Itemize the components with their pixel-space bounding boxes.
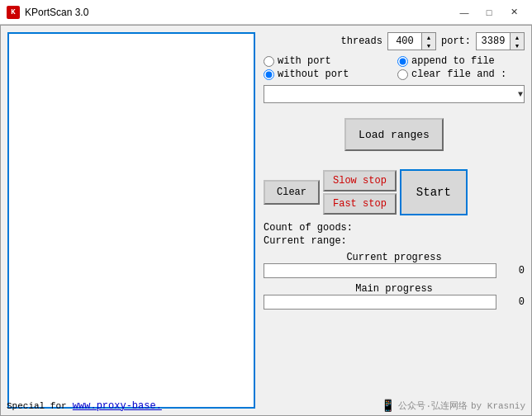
port-input[interactable] <box>477 33 510 50</box>
port-up-button[interactable]: ▲ <box>511 33 524 41</box>
wechat-icon: 📱 <box>381 399 395 413</box>
with-port-row: with port <box>264 55 391 67</box>
special-text: Special for <box>7 401 67 411</box>
current-progress-section: Current progress 0 <box>264 252 525 278</box>
app-icon: K <box>7 6 20 19</box>
current-progress-row: 0 <box>264 263 525 278</box>
main-progress-bar <box>264 295 496 310</box>
main-progress-value: 0 <box>500 296 525 308</box>
load-ranges-button[interactable]: Load ranges <box>344 118 444 151</box>
range-row: Current range: <box>264 235 525 247</box>
watermark: 📱 公众号·弘连网络 by Krasniy <box>381 399 525 413</box>
threads-port-row: threads ▲ ▼ port: ▲ ▼ <box>264 32 525 50</box>
proxy-link[interactable]: www.proxy-base. <box>73 400 162 412</box>
port-arrows: ▲ ▼ <box>510 33 524 50</box>
with-port-label: with port <box>278 55 331 67</box>
radio-options: with port append to file without port cl… <box>264 55 525 80</box>
append-label: append to file <box>411 55 495 67</box>
fast-stop-button[interactable]: Fast stop <box>323 193 397 215</box>
close-button[interactable]: ✕ <box>502 4 525 21</box>
info-row: Count of goods: Current range: <box>264 222 525 247</box>
with-port-radio[interactable] <box>264 56 274 67</box>
minimize-button[interactable]: — <box>453 4 476 21</box>
current-progress-bar <box>264 263 496 278</box>
main-progress-label: Main progress <box>264 283 525 295</box>
action-row: Clear Slow stop Fast stop Start <box>264 169 525 215</box>
port-spinbox: ▲ ▼ <box>476 32 525 50</box>
footer-left: Special for www.proxy-base. <box>7 400 162 412</box>
threads-up-button[interactable]: ▲ <box>422 33 435 41</box>
main-progress-section: Main progress 0 <box>264 283 525 310</box>
stop-group: Slow stop Fast stop <box>323 170 397 215</box>
watermark-sub: by Krasniy <box>471 401 525 411</box>
main-progress-row: 0 <box>264 295 525 310</box>
without-port-row: without port <box>264 69 391 80</box>
dropdown-wrapper: ▼ <box>264 85 525 103</box>
threads-arrows: ▲ ▼ <box>421 33 435 50</box>
without-port-label: without port <box>278 69 349 80</box>
start-button[interactable]: Start <box>400 169 468 215</box>
left-panel <box>7 32 255 409</box>
clear-row: clear file and : <box>397 69 525 80</box>
count-label: Count of goods: <box>264 222 353 234</box>
slow-stop-button[interactable]: Slow stop <box>323 170 397 191</box>
window-title: KPortScan 3.0 <box>25 7 88 18</box>
current-progress-value: 0 <box>500 265 525 277</box>
threads-down-button[interactable]: ▼ <box>422 41 435 50</box>
append-row: append to file <box>397 55 525 67</box>
right-panel: threads ▲ ▼ port: ▲ ▼ with port <box>260 26 531 415</box>
clear-button[interactable]: Clear <box>264 180 320 205</box>
window-controls: — □ ✕ <box>453 4 525 21</box>
load-ranges-area: Load ranges <box>264 111 525 158</box>
range-dropdown[interactable] <box>264 85 525 103</box>
port-label: port: <box>441 35 471 47</box>
footer: Special for www.proxy-base. 📱 公众号·弘连网络 b… <box>7 399 525 413</box>
range-label: Current range: <box>264 235 347 247</box>
watermark-text: 公众号·弘连网络 <box>398 399 468 412</box>
threads-input[interactable] <box>388 33 421 50</box>
port-down-button[interactable]: ▼ <box>511 41 524 50</box>
title-bar: K KPortScan 3.0 — □ ✕ <box>0 0 532 25</box>
main-window: threads ▲ ▼ port: ▲ ▼ with port <box>0 25 532 416</box>
clear-file-label: clear file and : <box>411 69 506 80</box>
threads-label: threads <box>341 35 382 47</box>
count-row: Count of goods: <box>264 222 525 234</box>
without-port-radio[interactable] <box>264 69 274 80</box>
maximize-button[interactable]: □ <box>477 4 501 21</box>
title-bar-left: K KPortScan 3.0 <box>7 6 88 19</box>
current-progress-label: Current progress <box>264 252 525 263</box>
threads-spinbox: ▲ ▼ <box>387 32 436 50</box>
append-radio[interactable] <box>397 56 408 67</box>
clear-file-radio[interactable] <box>397 69 408 80</box>
